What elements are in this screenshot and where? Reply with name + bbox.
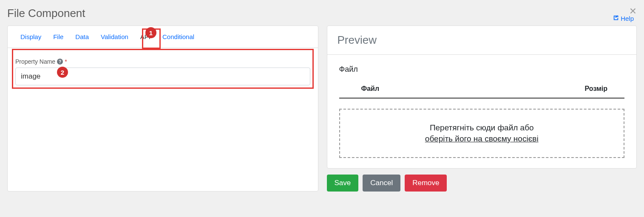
preview-panel: Preview Файл Файл Розмір Перетягніть сюд… (327, 25, 637, 192)
file-component-label: Файл (339, 65, 625, 74)
help-label: Help (621, 15, 634, 22)
preview-title: Preview (338, 34, 627, 47)
file-table-header: Файл Розмір (339, 82, 625, 99)
cancel-button[interactable]: Cancel (363, 175, 400, 192)
property-name-label-row: Property Name ? * (15, 58, 310, 65)
remove-button[interactable]: Remove (405, 175, 447, 192)
callout-badge-2: 2 (57, 67, 68, 78)
file-dropzone[interactable]: Перетягніть сюди файл або оберіть його н… (339, 109, 625, 158)
tab-file[interactable]: File (47, 26, 69, 48)
tabs-bar: Display File Data Validation API Conditi… (8, 26, 318, 48)
tab-validation[interactable]: Validation (95, 26, 134, 48)
new-window-icon (613, 15, 619, 22)
required-marker: * (65, 58, 67, 65)
callout-badge-1: 1 (145, 27, 156, 38)
tab-display[interactable]: Display (14, 26, 47, 48)
settings-panel: Display File Data Validation API Conditi… (7, 25, 318, 192)
page-title: File Component (7, 7, 85, 20)
col-size-header: Розмір (585, 85, 607, 93)
action-buttons-row: Save Cancel Remove (327, 175, 637, 192)
dropzone-browse-link[interactable]: оберіть його на своєму носієві (349, 134, 616, 144)
save-button[interactable]: Save (327, 175, 359, 192)
help-link[interactable]: Help (613, 15, 634, 22)
property-name-label: Property Name (15, 58, 55, 65)
col-file-header: Файл (361, 85, 380, 93)
help-tooltip-icon[interactable]: ? (57, 59, 63, 65)
tab-data[interactable]: Data (69, 26, 95, 48)
dropzone-text-line1: Перетягніть сюди файл або (349, 123, 616, 132)
tab-content-api: 1 2 Property Name ? * (8, 48, 318, 102)
tab-conditional[interactable]: Conditional (156, 26, 200, 48)
